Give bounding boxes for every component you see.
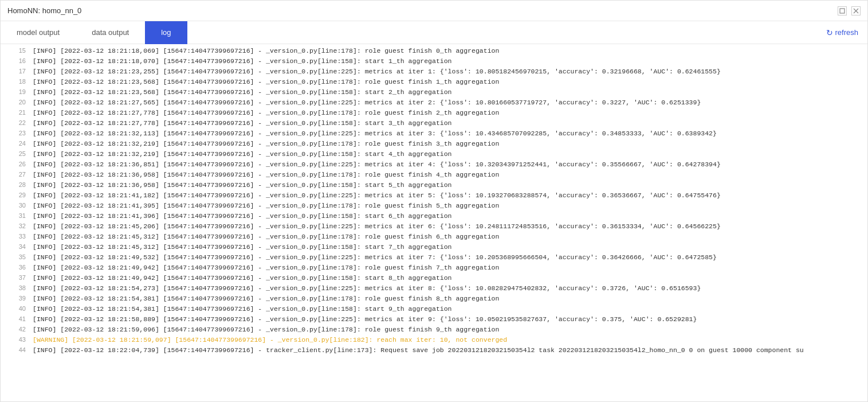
log-text: [INFO] [2022-03-12 18:21:32,219] [15647:…	[33, 140, 499, 147]
log-text: [INFO] [2022-03-12 18:21:32,113] [15647:…	[33, 130, 717, 137]
line-number: 41	[7, 315, 26, 322]
log-text: [INFO] [2022-03-12 18:21:18,070] [15647:…	[33, 57, 452, 65]
line-number: 16	[7, 57, 26, 64]
log-line: 44[INFO] [2022-03-12 18:22:04,739] [1564…	[1, 346, 867, 356]
log-text: [INFO] [2022-03-12 18:21:36,851] [15647:…	[33, 161, 721, 168]
refresh-icon: ↻	[826, 28, 833, 37]
log-line: 39[INFO] [2022-03-12 18:21:54,381] [1564…	[1, 294, 867, 305]
log-text: [INFO] [2022-03-12 18:21:23,255] [15647:…	[33, 68, 721, 75]
log-text: [INFO] [2022-03-12 18:21:41,396] [15647:…	[33, 212, 452, 220]
line-number: 30	[7, 202, 26, 209]
line-number: 31	[7, 212, 26, 219]
close-icon	[853, 8, 859, 14]
log-line: 43[WARNING] [2022-03-12 18:21:59,097] [1…	[1, 335, 867, 346]
log-text: [INFO] [2022-03-12 18:21:23,568] [15647:…	[33, 78, 499, 85]
line-number: 32	[7, 223, 26, 229]
line-number: 29	[7, 192, 26, 198]
log-text: [INFO] [2022-03-12 18:21:45,312] [15647:…	[33, 233, 499, 240]
line-number: 43	[7, 336, 26, 343]
refresh-button[interactable]: ↻ refresh	[826, 28, 858, 37]
log-text: [INFO] [2022-03-12 18:21:27,565] [15647:…	[33, 99, 701, 106]
line-number: 44	[7, 346, 26, 353]
tab-log[interactable]: log	[145, 21, 187, 44]
log-line: 42[INFO] [2022-03-12 18:21:59,096] [1564…	[1, 325, 867, 335]
log-text: [INFO] [2022-03-12 18:21:27,778] [15647:…	[33, 109, 499, 116]
log-line: 37[INFO] [2022-03-12 18:21:49,942] [1564…	[1, 274, 867, 284]
line-number: 27	[7, 171, 26, 178]
tab-data-output[interactable]: data output	[76, 21, 145, 44]
log-line: 38[INFO] [2022-03-12 18:21:54,273] [1564…	[1, 284, 867, 294]
maximize-icon	[839, 8, 845, 14]
log-line: 15[INFO] [2022-03-12 18:21:18,069] [1564…	[1, 46, 867, 57]
log-line: 26[INFO] [2022-03-12 18:21:36,851] [1564…	[1, 160, 867, 170]
line-number: 19	[7, 88, 26, 95]
log-line: 27[INFO] [2022-03-12 18:21:36,958] [1564…	[1, 170, 867, 181]
log-text: [INFO] [2022-03-12 18:21:32,219] [15647:…	[33, 150, 452, 158]
log-text: [INFO] [2022-03-12 18:22:04,739] [15647:…	[33, 346, 804, 354]
log-line: 22[INFO] [2022-03-12 18:21:27,778] [1564…	[1, 119, 867, 129]
log-line: 21[INFO] [2022-03-12 18:21:27,778] [1564…	[1, 108, 867, 119]
log-line: 36[INFO] [2022-03-12 18:21:49,942] [1564…	[1, 263, 867, 274]
log-text: [INFO] [2022-03-12 18:21:58,889] [15647:…	[33, 315, 697, 323]
svg-rect-0	[840, 9, 845, 13]
log-text: [INFO] [2022-03-12 18:21:49,942] [15647:…	[33, 264, 499, 271]
line-number: 17	[7, 68, 26, 75]
log-line: 18[INFO] [2022-03-12 18:21:23,568] [1564…	[1, 77, 867, 88]
line-number: 33	[7, 233, 26, 240]
log-text: [INFO] [2022-03-12 18:21:59,096] [15647:…	[33, 326, 499, 333]
log-line: 20[INFO] [2022-03-12 18:21:27,565] [1564…	[1, 98, 867, 108]
line-number: 42	[7, 326, 26, 333]
log-text: [INFO] [2022-03-12 18:21:41,395] [15647:…	[33, 202, 499, 209]
log-line: 19[INFO] [2022-03-12 18:21:23,568] [1564…	[1, 88, 867, 98]
line-number: 34	[7, 243, 26, 250]
line-number: 28	[7, 181, 26, 188]
log-text: [INFO] [2022-03-12 18:21:23,568] [15647:…	[33, 88, 452, 96]
log-line: 25[INFO] [2022-03-12 18:21:32,219] [1564…	[1, 150, 867, 160]
title-bar-controls	[838, 6, 861, 15]
maximize-button[interactable]	[838, 6, 847, 15]
line-number: 39	[7, 295, 26, 302]
line-number: 35	[7, 253, 26, 260]
log-line: 33[INFO] [2022-03-12 18:21:45,312] [1564…	[1, 232, 867, 243]
log-line: 31[INFO] [2022-03-12 18:21:41,396] [1564…	[1, 212, 867, 222]
line-number: 36	[7, 264, 26, 271]
log-text: [INFO] [2022-03-12 18:21:27,778] [15647:…	[33, 119, 452, 127]
line-number: 26	[7, 161, 26, 167]
log-line: 29[INFO] [2022-03-12 18:21:41,182] [1564…	[1, 191, 867, 201]
log-line: 35[INFO] [2022-03-12 18:21:49,532] [1564…	[1, 253, 867, 263]
log-line: 16[INFO] [2022-03-12 18:21:18,070] [1564…	[1, 57, 867, 67]
line-number: 18	[7, 78, 26, 85]
log-line: 40[INFO] [2022-03-12 18:21:54,381] [1564…	[1, 305, 867, 315]
line-number: 40	[7, 305, 26, 312]
log-line: 34[INFO] [2022-03-12 18:21:45,312] [1564…	[1, 243, 867, 253]
main-window: HomoNN: homo_nn_0 model output data outp…	[0, 0, 868, 402]
log-text: [INFO] [2022-03-12 18:21:41,182] [15647:…	[33, 192, 721, 199]
log-text: [INFO] [2022-03-12 18:21:49,942] [15647:…	[33, 274, 452, 282]
line-number: 15	[7, 47, 26, 54]
tab-bar: model output data output log ↻ refresh	[1, 21, 867, 44]
log-line: 41[INFO] [2022-03-12 18:21:58,889] [1564…	[1, 315, 867, 325]
log-text: [INFO] [2022-03-12 18:21:45,312] [15647:…	[33, 243, 452, 251]
line-number: 24	[7, 140, 26, 147]
log-line: 32[INFO] [2022-03-12 18:21:45,206] [1564…	[1, 222, 867, 232]
log-text: [INFO] [2022-03-12 18:21:18,069] [15647:…	[33, 47, 499, 54]
log-text: [WARNING] [2022-03-12 18:21:59,097] [156…	[33, 336, 507, 344]
window-title: HomoNN: homo_nn_0	[7, 6, 81, 15]
line-number: 23	[7, 130, 26, 136]
line-number: 37	[7, 274, 26, 281]
log-container[interactable]: 15[INFO] [2022-03-12 18:21:18,069] [1564…	[1, 44, 867, 401]
log-text: [INFO] [2022-03-12 18:21:54,381] [15647:…	[33, 305, 452, 313]
title-bar: HomoNN: homo_nn_0	[1, 1, 867, 21]
log-text: [INFO] [2022-03-12 18:21:54,381] [15647:…	[33, 295, 499, 302]
line-number: 21	[7, 109, 26, 116]
close-button[interactable]	[851, 6, 861, 15]
tab-model-output[interactable]: model output	[1, 21, 76, 44]
log-text: [INFO] [2022-03-12 18:21:54,273] [15647:…	[33, 284, 701, 292]
log-line: 17[INFO] [2022-03-12 18:21:23,255] [1564…	[1, 67, 867, 77]
line-number: 25	[7, 150, 26, 157]
log-text: [INFO] [2022-03-12 18:21:45,206] [15647:…	[33, 223, 721, 230]
log-text: [INFO] [2022-03-12 18:21:36,958] [15647:…	[33, 181, 452, 189]
line-number: 22	[7, 119, 26, 126]
log-text: [INFO] [2022-03-12 18:21:49,532] [15647:…	[33, 253, 717, 261]
log-line: 23[INFO] [2022-03-12 18:21:32,113] [1564…	[1, 129, 867, 139]
